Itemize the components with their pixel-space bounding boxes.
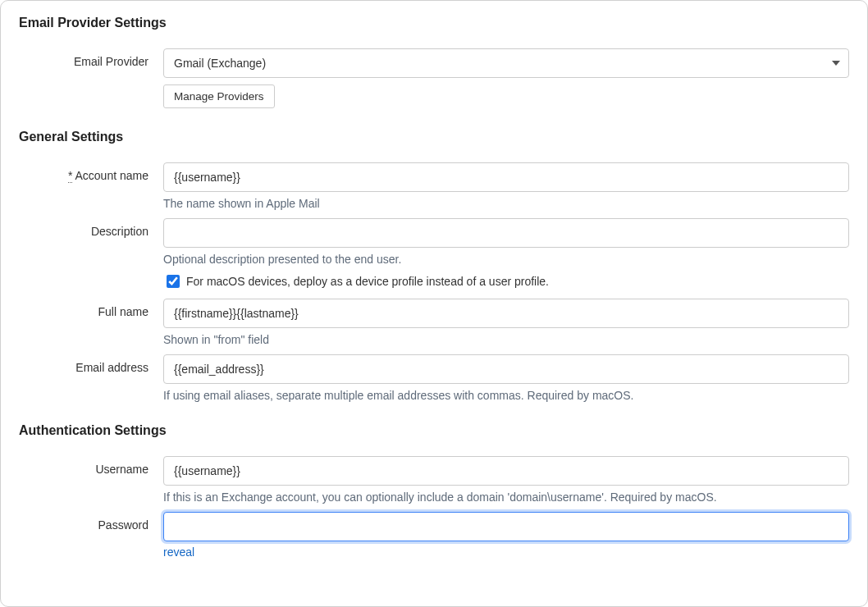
email-address-row: Email address If using email aliases, se… [19, 354, 849, 402]
macos-device-profile-checkbox[interactable] [167, 275, 180, 288]
username-row: Username If this is an Exchange account,… [19, 456, 849, 504]
section-email-provider-heading: Email Provider Settings [19, 16, 849, 30]
account-name-label-text: Account name [75, 169, 149, 182]
password-label: Password [19, 512, 163, 532]
reveal-password-link[interactable]: reveal [163, 545, 194, 559]
full-name-label: Full name [19, 299, 163, 318]
password-row: Password reveal [19, 512, 849, 559]
required-indicator: * [68, 169, 72, 183]
description-input[interactable] [163, 218, 849, 248]
full-name-help: Shown in "from" field [163, 333, 849, 346]
description-label: Description [19, 218, 163, 238]
email-provider-label: Email Provider [19, 48, 163, 68]
email-address-help: If using email aliases, separate multipl… [163, 389, 849, 402]
password-input[interactable] [163, 512, 849, 541]
macos-device-profile-checkbox-label: For macOS devices, deploy as a device pr… [186, 275, 549, 288]
username-label: Username [19, 456, 163, 476]
email-address-input[interactable] [163, 354, 849, 384]
email-provider-select[interactable]: Gmail (Exchange) [163, 48, 849, 78]
manage-providers-button[interactable]: Manage Providers [163, 84, 275, 108]
account-name-row: * Account name The name shown in Apple M… [19, 162, 849, 210]
description-row: Description Optional description present… [19, 218, 849, 290]
section-general-heading: General Settings [19, 130, 849, 144]
email-address-label: Email address [19, 354, 163, 374]
username-help: If this is an Exchange account, you can … [163, 491, 849, 504]
account-name-label: * Account name [19, 162, 163, 182]
macos-device-profile-checkbox-row[interactable]: For macOS devices, deploy as a device pr… [163, 272, 849, 290]
section-auth-heading: Authentication Settings [19, 423, 849, 438]
full-name-row: Full name Shown in "from" field [19, 299, 849, 346]
account-name-help: The name shown in Apple Mail [163, 197, 849, 210]
email-provider-row: Email Provider Gmail (Exchange) Manage P… [19, 48, 849, 108]
full-name-input[interactable] [163, 299, 849, 328]
description-help: Optional description presented to the en… [163, 253, 849, 266]
settings-panel: Email Provider Settings Email Provider G… [0, 0, 868, 607]
username-input[interactable] [163, 456, 849, 486]
account-name-input[interactable] [163, 162, 849, 192]
